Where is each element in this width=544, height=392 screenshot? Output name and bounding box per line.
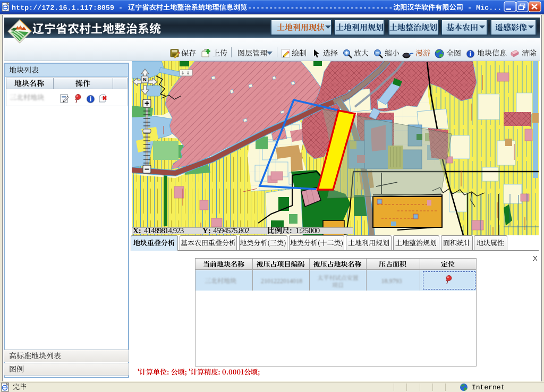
svg-text:N: N — [143, 77, 147, 82]
